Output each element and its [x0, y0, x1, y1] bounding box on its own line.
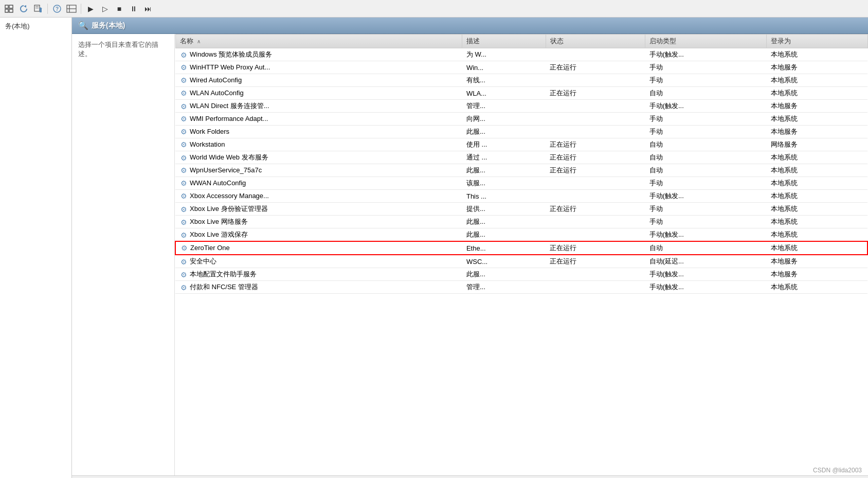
service-name-cell: ⚙Xbox Live 网络服务	[175, 216, 462, 228]
service-login-cell: 本地系统	[767, 281, 867, 294]
service-name-cell: ⚙World Wide Web 发布服务	[175, 151, 462, 164]
col-login[interactable]: 登录为	[767, 34, 867, 48]
service-status-cell	[546, 228, 645, 242]
service-desc-cell: 通过 ...	[462, 151, 546, 164]
service-desc-cell: 向网...	[462, 113, 546, 126]
table-row[interactable]: ⚙WLAN AutoConfigWLA...正在运行自动本地系统	[175, 87, 867, 100]
service-status-cell: 正在运行	[546, 255, 645, 268]
service-startup-cell: 手动(触发...	[645, 100, 767, 113]
col-name[interactable]: 名称 ∧	[175, 34, 462, 48]
service-status-cell	[546, 126, 645, 138]
table-row[interactable]: ⚙Xbox Live 网络服务此服...手动本地系统	[175, 216, 867, 228]
service-name-cell: ⚙Xbox Live 游戏保存	[175, 228, 462, 242]
service-name-cell: ⚙WpnUserService_75a7c	[175, 164, 462, 177]
table-row[interactable]: ⚙Xbox Live 身份验证管理器提供...正在运行手动本地系统	[175, 203, 867, 216]
service-status-cell	[546, 48, 645, 61]
sidebar-item-local[interactable]: 务(本地)	[2, 20, 69, 33]
service-startup-cell: 手动(触发...	[645, 190, 767, 203]
pause-button[interactable]: ⏸	[128, 3, 140, 15]
col-status[interactable]: 状态	[546, 34, 645, 48]
gear-icon: ⚙	[179, 166, 188, 174]
table-row[interactable]: ⚙Windows 预览体验成员服务为 W...手动(触发...本地系统	[175, 48, 867, 61]
description-text: 选择一个项目来查看它的描述。	[78, 41, 158, 58]
content-area: 🔍 服务(本地) 选择一个项目来查看它的描述。 名称 ∧	[72, 17, 868, 478]
refresh-button[interactable]	[17, 3, 30, 15]
table-row[interactable]: ⚙Xbox Live 游戏保存此服...手动(触发...本地系统	[175, 228, 867, 242]
service-name-cell: ⚙Xbox Accessory Manage...	[175, 190, 462, 203]
services-table[interactable]: 名称 ∧ 描述 状态 启动类型	[175, 34, 868, 475]
service-status-cell	[546, 216, 645, 228]
table-row[interactable]: ⚙World Wide Web 发布服务通过 ...正在运行自动本地系统	[175, 151, 867, 164]
svg-rect-8	[40, 8, 42, 12]
table-row[interactable]: ⚙WLAN Direct 服务连接管...管理...手动(触发...本地服务	[175, 100, 867, 113]
service-desc-cell: Ethe...	[462, 241, 546, 255]
service-status-cell: 正在运行	[546, 87, 645, 100]
service-desc-cell: This ...	[462, 190, 546, 203]
service-name-cell: ⚙安全中心	[175, 255, 462, 268]
service-desc-cell: Win...	[462, 61, 546, 74]
table-row[interactable]: ⚙Workstation使用 ...正在运行自动网络服务	[175, 138, 867, 151]
table-row[interactable]: ⚙WpnUserService_75a7c此服...正在运行自动本地系统	[175, 164, 867, 177]
service-desc-cell: 此服...	[462, 164, 546, 177]
service-login-cell: 本地服务	[767, 61, 867, 74]
service-startup-cell: 自动	[645, 138, 767, 151]
table-row[interactable]: ⚙付款和 NFC/SE 管理器管理...手动(触发...本地系统	[175, 281, 867, 294]
service-desc-cell: 此服...	[462, 228, 546, 242]
gear-icon: ⚙	[179, 89, 188, 97]
table-row[interactable]: ⚙安全中心WSC...正在运行自动(延迟...本地服务	[175, 255, 867, 268]
table-row[interactable]: ⚙Work Folders此服...手动本地服务	[175, 126, 867, 138]
service-name-cell: ⚙WinHTTP Web Proxy Aut...	[175, 61, 462, 74]
info-panel-button[interactable]	[65, 3, 78, 15]
step-button[interactable]: ⏭	[142, 3, 154, 15]
table-row[interactable]: ⚙WMI Performance Adapt...向网...手动本地系统	[175, 113, 867, 126]
service-desc-cell: 此服...	[462, 268, 546, 281]
stop-button[interactable]: ■	[113, 3, 125, 15]
service-desc-cell: WSC...	[462, 255, 546, 268]
header-icon: 🔍	[78, 21, 88, 30]
service-login-cell: 本地系统	[767, 190, 867, 203]
svg-rect-6	[35, 6, 39, 7]
table-header-row: 名称 ∧ 描述 状态 启动类型	[175, 34, 867, 48]
service-desc-cell: 此服...	[462, 216, 546, 228]
service-desc-cell: 有线...	[462, 74, 546, 87]
gear-icon: ⚙	[179, 284, 188, 292]
gear-icon: ⚙	[179, 218, 188, 226]
service-desc-cell: 使用 ...	[462, 138, 546, 151]
gear-icon: ⚙	[179, 179, 188, 187]
service-status-cell: 正在运行	[546, 203, 645, 216]
service-desc-cell: 提供...	[462, 203, 546, 216]
play-button[interactable]: ▶	[84, 3, 97, 15]
play-next-button[interactable]: ▷	[99, 3, 111, 15]
service-name-cell: ⚙WWAN AutoConfig	[175, 177, 462, 190]
table-row[interactable]: ⚙ZeroTier OneEthe...正在运行自动本地系统	[175, 241, 867, 255]
service-name-cell: ⚙本地配置文件助手服务	[175, 268, 462, 281]
service-desc-cell: 管理...	[462, 100, 546, 113]
col-startup[interactable]: 启动类型	[645, 34, 767, 48]
help-button[interactable]: ?	[51, 3, 63, 15]
service-startup-cell: 手动	[645, 177, 767, 190]
table-view-button[interactable]	[3, 3, 15, 15]
gear-icon: ⚙	[179, 192, 188, 200]
service-login-cell: 本地服务	[767, 255, 867, 268]
service-login-cell: 本地系统	[767, 113, 867, 126]
header-title: 服务(本地)	[92, 21, 125, 30]
service-name-cell: ⚙付款和 NFC/SE 管理器	[175, 281, 462, 294]
table-row[interactable]: ⚙WWAN AutoConfig该服...手动本地系统	[175, 177, 867, 190]
table-row[interactable]: ⚙WinHTTP Web Proxy Aut...Win...正在运行手动本地服…	[175, 61, 867, 74]
gear-icon: ⚙	[179, 115, 188, 123]
toolbar: ? ▶ ▷ ■ ⏸ ⏭	[0, 0, 868, 17]
service-startup-cell: 手动(触发...	[645, 48, 767, 61]
table-row[interactable]: ⚙Xbox Accessory Manage...This ...手动(触发..…	[175, 190, 867, 203]
service-startup-cell: 手动(触发...	[645, 281, 767, 294]
description-area: 选择一个项目来查看它的描述。	[72, 34, 175, 475]
table-row[interactable]: ⚙Wired AutoConfig有线...手动本地系统	[175, 74, 867, 87]
gear-icon: ⚙	[179, 231, 188, 239]
export-button[interactable]	[32, 3, 44, 15]
service-login-cell: 本地系统	[767, 177, 867, 190]
gear-icon: ⚙	[179, 271, 188, 279]
service-status-cell: 正在运行	[546, 164, 645, 177]
service-login-cell: 本地系统	[767, 164, 867, 177]
service-login-cell: 本地系统	[767, 228, 867, 242]
table-row[interactable]: ⚙本地配置文件助手服务此服...手动(触发...本地服务	[175, 268, 867, 281]
col-desc[interactable]: 描述	[462, 34, 546, 48]
